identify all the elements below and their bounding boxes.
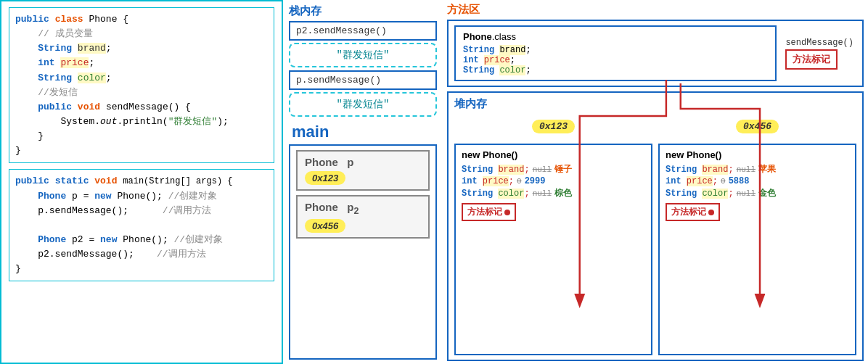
method-mark-1: 方法标记 xyxy=(462,203,516,221)
heap-obj2-wrapper: 0x456 new Phone() String brand; null 苹果 … xyxy=(658,117,856,355)
p2-sendmessage-call: p2.sendMessage() xyxy=(289,21,437,41)
heap-obj2-price-row: int price; 0 5888 xyxy=(666,176,849,186)
main-inner-box: Phone p 0x123 Phone p2 0x456 xyxy=(289,144,437,360)
phone-p2-box: Phone p2 0x456 xyxy=(296,195,430,239)
main-code-block: public static void main(String[] args) {… xyxy=(9,169,274,281)
method-area-inner: Phone.class String brand; int price; Str… xyxy=(454,25,856,81)
p2-send-line: p2.sendMessage(); //调用方法 xyxy=(15,247,268,262)
phone-p2-label: Phone p2 xyxy=(305,201,421,216)
p-sendmessage-call: p.sendMessage() xyxy=(289,70,437,90)
class-close-brace: } xyxy=(15,144,268,158)
dot-icon-1 xyxy=(504,210,510,215)
stack-panel: 栈内存 p2.sendMessage() "群发短信" p.sendMessag… xyxy=(283,0,443,364)
dot-icon-2 xyxy=(708,210,714,215)
class-code-block: public class Phone { // 成员变量 String bran… xyxy=(9,7,274,163)
obj1-addr-label: 0x123 xyxy=(454,117,652,133)
method-mark-2: 方法标记 xyxy=(666,203,720,221)
main-header-line: public static void main(String[] args) { xyxy=(15,174,268,189)
phone-p-address: 0x123 xyxy=(305,171,345,185)
send-method-label: sendMessage() xyxy=(785,38,853,48)
qunfa-bubble-1: "群发短信" xyxy=(289,43,437,67)
heap-area-section: 堆内存 0x123 new Phone() String brand; null… xyxy=(447,91,864,361)
phone-p-label: Phone p xyxy=(305,156,421,168)
heap-obj2-color-row: String color; null 金色 xyxy=(666,187,849,199)
method-close-brace: } xyxy=(15,129,268,144)
obj2-addr-label: 0x456 xyxy=(658,117,856,133)
stack-title: 栈内存 xyxy=(289,4,437,18)
heap-object-2: new Phone() String brand; null 苹果 int pr… xyxy=(658,144,856,355)
heap-inner: 0x123 new Phone() String brand; null 锤子 … xyxy=(454,117,856,355)
heap-obj2-title: new Phone() xyxy=(666,149,849,160)
phone-class-title: Phone.class xyxy=(463,31,768,42)
comment-sendmsg: //发短信 xyxy=(15,86,268,100)
phone-p2-create: Phone p2 = new Phone(); //创建对象 xyxy=(15,233,268,247)
method-badge-top: 方法标记 xyxy=(785,49,838,70)
method-area-title: 方法区 xyxy=(447,3,864,17)
field-brand: String brand; xyxy=(15,41,268,56)
method-area-section: 方法区 Phone.class String brand; int price;… xyxy=(447,3,864,87)
main-label: main xyxy=(292,123,437,141)
method-sendmessage-header: public void sendMessage() { xyxy=(15,100,268,115)
phone-class-fields: String brand; int price; String color; xyxy=(463,45,768,75)
method-send-area: sendMessage() 方法标记 xyxy=(782,25,856,81)
heap-obj1-brand-row: String brand; null 锤子 xyxy=(462,163,645,175)
phone-p-box: Phone p 0x123 xyxy=(296,150,430,191)
heap-obj1-color-row: String color; null 棕色 xyxy=(462,187,645,199)
field-color: String color; xyxy=(15,71,268,86)
println-line: System.out.println("群发短信"); xyxy=(15,115,268,129)
heap-obj1-title: new Phone() xyxy=(462,149,645,160)
comment-members: // 成员变量 xyxy=(15,27,268,41)
void-keyword: void xyxy=(78,102,100,112)
phone-p2-address: 0x456 xyxy=(305,219,345,233)
heap-obj2-brand-row: String brand; null 苹果 xyxy=(666,163,849,175)
method-area-box: Phone.class String brand; int price; Str… xyxy=(447,20,864,87)
class-keyword: class xyxy=(55,14,83,25)
phone-p-create: Phone p = new Phone(); //创建对象 xyxy=(15,189,268,204)
main-close-brace: } xyxy=(15,262,268,276)
heap-object-1: new Phone() String brand; null 锤子 int pr… xyxy=(454,144,652,355)
class-header-line: public class Phone { xyxy=(15,12,268,27)
qunfa-bubble-2: "群发短信" xyxy=(289,92,437,117)
heap-title: 堆内存 xyxy=(454,97,856,111)
heap-obj1-wrapper: 0x123 new Phone() String brand; null 锤子 … xyxy=(454,117,652,355)
field-price: int price; xyxy=(15,56,268,70)
public-keyword: public xyxy=(15,14,49,25)
right-panel: 方法区 Phone.class String brand; int price;… xyxy=(443,0,868,364)
p-send-line: p.sendMessage(); //调用方法 xyxy=(15,204,268,218)
code-panel: public class Phone { // 成员变量 String bran… xyxy=(0,0,283,364)
heap-obj1-price-row: int price; 0 2999 xyxy=(462,176,645,186)
phone-class-box: Phone.class String brand; int price; Str… xyxy=(454,25,777,81)
